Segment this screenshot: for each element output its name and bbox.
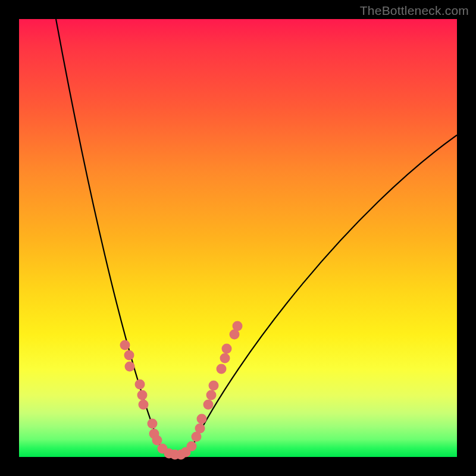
data-dot	[148, 419, 158, 429]
data-dot	[206, 390, 217, 400]
dots-left-group	[120, 340, 180, 460]
data-dot	[187, 441, 197, 452]
data-dot	[135, 380, 145, 390]
data-dot	[233, 321, 243, 331]
data-dot	[220, 353, 230, 364]
dots-right-group	[176, 321, 243, 460]
data-dot	[195, 424, 205, 434]
data-dot	[203, 400, 214, 410]
data-dot	[120, 340, 130, 350]
chart-frame: TheBottleneck.com	[0, 0, 476, 476]
watermark-text: TheBottleneck.com	[360, 4, 469, 18]
left-curve	[56, 19, 175, 456]
data-dot	[124, 350, 134, 361]
data-dot	[125, 362, 135, 372]
data-dot	[222, 344, 232, 354]
data-dot	[139, 400, 149, 410]
data-dot	[209, 381, 219, 391]
curve-layer	[19, 19, 457, 457]
data-dot	[217, 364, 227, 374]
right-curve	[175, 135, 457, 456]
data-dot	[152, 436, 162, 446]
data-dot	[137, 390, 148, 400]
data-dot	[197, 414, 207, 424]
